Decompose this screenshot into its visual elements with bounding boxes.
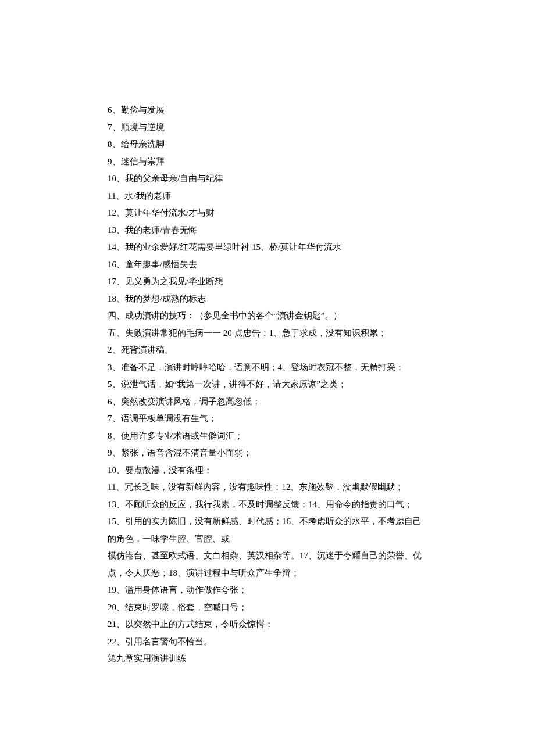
text-line: 四、成功演讲的技巧：（参见全书中的各个“演讲金钥匙”。） — [108, 307, 427, 325]
text-line: 10、要点散漫，没有条理； — [108, 462, 427, 479]
text-line: 22、引用名言警句不恰当。 — [108, 633, 427, 651]
text-line: 7、顺境与逆境 — [108, 119, 427, 137]
text-line: 5、说泄气话，如“我第一次讲，讲得不好，请大家原谅”之类； — [108, 376, 427, 393]
text-line: 16、童年趣事/感悟失去 — [108, 256, 427, 274]
text-line: 13、不顾听众的反应，我行我素，不及时调整反馈；14、用命令的指责的口气； — [108, 496, 427, 514]
text-line: 17、见义勇为之我见/毕业断想 — [108, 273, 427, 291]
text-line: 10、我的父亲母亲/自由与纪律 — [108, 170, 427, 188]
text-line: 8、给母亲洗脚 — [108, 136, 427, 153]
document-page: 6、勤俭与发展 7、顺境与逆境 8、给母亲洗脚 9、迷信与崇拜 10、我的父亲母… — [0, 0, 535, 756]
text-line: 11、冗长乏味，没有新鲜内容，没有趣味性；12、东施效颦，没幽默假幽默； — [108, 479, 427, 496]
text-line: 20、结束时罗嗦，俗套，空喊口号； — [108, 599, 427, 617]
text-line: 9、紧张，语音含混不清音量小而弱； — [108, 445, 427, 462]
text-line: 9、迷信与崇拜 — [108, 153, 427, 171]
text-line: 3、准备不足，演讲时哼哼哈哈，语意不明；4、登场时衣冠不整，无精打采； — [108, 359, 427, 377]
text-line: 12、莫让年华付流水/才与财 — [108, 205, 427, 222]
text-line: 第九章实用演讲训练 — [108, 650, 427, 668]
text-line: 6、勤俭与发展 — [108, 102, 427, 119]
text-line: 11、水/我的老师 — [108, 188, 427, 205]
text-line: 8、使用许多专业术语或生僻词汇； — [108, 428, 427, 445]
text-line: 7、语调平板单调没有生气； — [108, 410, 427, 428]
text-line: 2、死背演讲稿。 — [108, 342, 427, 359]
text-line: 19、滥用身体语言，动作做作夸张； — [108, 582, 427, 599]
text-line: 15、引用的实力陈旧，没有新鲜感、时代感；16、不考虑听众的水平，不考虑自己的角… — [108, 513, 427, 547]
text-line: 6、突然改变演讲风格，调子忽高忽低； — [108, 393, 427, 411]
text-line: 13、我的老师/青春无悔 — [108, 222, 427, 239]
text-line: 21、以突然中止的方式结束，令听众惊愕； — [108, 616, 427, 633]
text-line: 18、我的梦想/成熟的标志 — [108, 291, 427, 308]
text-line: 模仿港台、甚至欧式语、文白相杂、英汉相杂等。17、沉迷于夸耀自己的荣誉、优点，令… — [108, 547, 427, 582]
text-line: 14、我的业余爱好/红花需要里绿叶衬 15、桥/莫让年华付流水 — [108, 239, 427, 256]
text-line: 五、失败演讲常犯的毛病一一 20 点忠告：1、急于求成，没有知识积累； — [108, 325, 427, 342]
